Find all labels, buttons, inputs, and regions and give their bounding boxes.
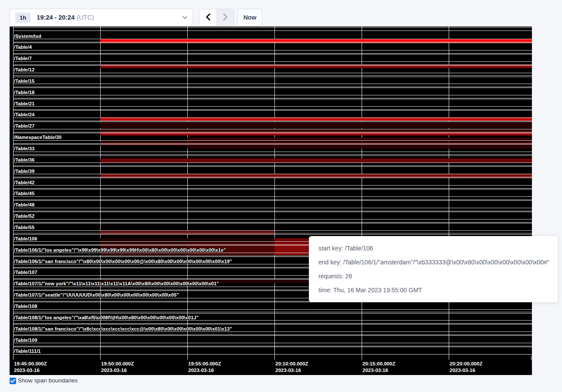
span-boundary-line [13,331,532,332]
time-range-select[interactable]: 1h 19:24 - 20:24 (UTC) [10,9,193,26]
span-boundary-line [13,335,532,336]
checkbox-label: Show span boundaries [18,377,78,384]
span-boundary-line [13,110,532,111]
row-key-label: /Table/108/1/"san francisco"/"\x8c\xcc\x… [14,326,232,331]
span-boundary-line [13,324,532,324]
span-boundary-line [13,53,532,54]
span-boundary-line [13,346,532,346]
span-boundary-line [13,185,532,186]
axis-tick-label: 20:15:00.000Z2023-03-16 [362,361,395,374]
row-key-label: /Table/111/1 [14,348,41,354]
axis-tick-label: 20:20:00.000Z2023-03-16 [450,361,482,374]
axis-date-label: 2023-03-16 [101,367,134,374]
row-key-label: /Table/106/1/"san francisco"/"\x80\x00\x… [14,259,232,264]
row-key-label: /Table/107 [14,270,37,275]
row-key-label: /Table/7 [14,56,32,61]
span-boundary-line [13,84,532,84]
tooltip-line: end key: /Table/106/1/"amsterdam"/"\xb33… [318,259,548,266]
span-boundary-line [13,313,532,314]
axis-date-label: 2023-03-16 [188,367,221,374]
span-boundary-line [13,196,532,197]
span-boundary-line [13,64,532,65]
axis-date-label: 2023-03-16 [275,367,308,374]
row-key-label: /Table/107/1/"seattle"/"UUUUUUD\x00\x80\… [14,292,179,297]
span-boundary-line [13,234,532,235]
previous-interval-button[interactable] [200,9,217,26]
span-boundary-line [13,343,532,343]
span-boundary-line [13,162,532,163]
span-boundary-line [13,30,532,31]
time-range-duration-badge: 1h [15,13,30,23]
heat-band [100,159,532,162]
tooltip-line: start key: /Table/106 [318,245,548,252]
row-key-label: /Table/4 [14,44,32,50]
span-boundary-line [13,154,532,155]
heat-band [100,231,274,234]
span-boundary-line [13,27,532,28]
span-boundary-line [13,106,532,107]
next-interval-button[interactable] [217,9,234,26]
heat-band [100,238,274,243]
span-boundary-line [13,233,532,233]
span-boundary-line [13,75,532,76]
axis-tick-label: 20:10:00.000Z2023-03-16 [275,361,308,374]
axis-time-label: 19:55:00.000Z [188,361,221,367]
row-key-label: /Table/36 [14,157,34,162]
axis-tick-label: 19:50:00.000Z2023-03-16 [101,361,134,374]
span-boundary-line [13,61,532,62]
time-range-text: 19:24 - 20:24 [37,14,74,21]
span-boundary-line [13,118,532,118]
row-key-label: /Table/24 [14,112,34,117]
show-span-boundaries-control[interactable]: Show span boundaries [10,377,78,384]
heat-band [187,146,532,149]
span-boundary-line [13,354,532,355]
span-boundary-line [13,200,532,201]
span-boundary-line [13,109,532,110]
span-boundary-line [13,189,532,189]
axis-time-label: 19:50:00.000Z [101,361,134,367]
span-boundary-line [13,39,532,39]
span-boundary-line [13,73,532,73]
chevron-left-icon [206,14,210,22]
span-boundary-line [13,152,532,152]
span-boundary-line [13,177,532,177]
now-button[interactable]: Now [237,9,262,26]
span-boundary-line [13,95,532,95]
span-boundary-line [13,223,532,223]
checkbox-checked-icon[interactable] [10,378,16,384]
span-boundary-line [13,65,532,66]
span-boundary-line [13,99,532,99]
span-boundary-line [13,140,532,141]
span-boundary-line [13,230,532,231]
axis-time-label: 20:10:00.000Z [275,361,308,367]
axis-date-label: 2023-03-16 [450,367,482,374]
chevron-down-icon [182,16,187,19]
time-range-timezone: (UTC) [77,14,94,21]
axis-time-label: 19:45:00.000Z [14,361,47,367]
time-nav-button-group [199,9,234,26]
span-boundary-line [13,222,532,223]
row-key-label: /System/tsd [14,34,41,39]
span-boundary-line [13,144,532,145]
row-key-label: /Table/109 [14,338,37,343]
time-gridline-tick [531,356,532,360]
span-boundary-line [13,54,532,54]
heat-band [100,129,532,132]
axis-date-label: 2023-03-16 [362,367,395,374]
row-key-label: /NamespaceTable/30 [14,135,61,140]
span-boundary-line [13,211,532,211]
row-key-label: /Table/108/1/"los angeles"/"\xa8\xf5\u00… [14,315,199,320]
row-key-label: /Table/106 [14,236,37,241]
span-boundary-line [13,129,532,129]
row-key-label: /Table/52 [14,213,34,219]
span-boundary-line [13,309,532,310]
axis-time-label: 20:20:00.000Z [450,361,482,367]
span-boundary-line [13,199,532,200]
span-boundary-line [13,133,532,133]
span-boundary-line [13,188,532,189]
span-boundary-line [13,219,532,220]
span-boundary-line [13,335,532,335]
span-boundary-line [13,347,532,347]
key-visualizer-canvas[interactable]: /System/tsd/Table/4/Table/7/Table/12/Tab… [10,27,532,375]
span-boundary-line [13,178,532,178]
